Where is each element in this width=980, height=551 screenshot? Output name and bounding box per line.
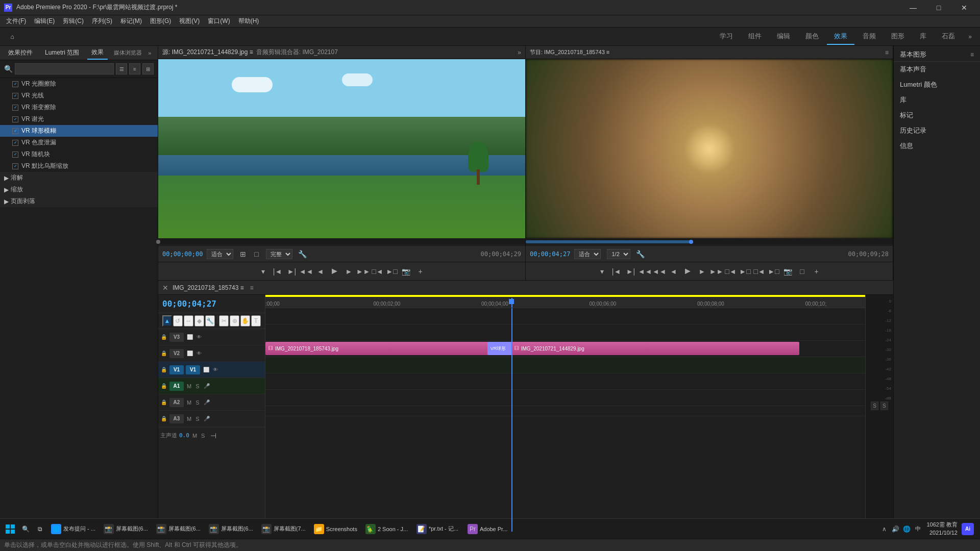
effect-checkbox[interactable]: ✓ [12, 128, 18, 134]
tray-chevron[interactable]: ∧ [879, 524, 889, 534]
a1-lock[interactable]: 🔒 [160, 383, 167, 390]
a2-lock[interactable]: 🔒 [160, 399, 167, 406]
source-settings-btn[interactable]: 🔧 [297, 248, 308, 260]
start-button[interactable] [2, 521, 18, 537]
a3-lock[interactable]: 🔒 [160, 415, 167, 422]
tool-select[interactable]: ▲ [162, 315, 172, 327]
track-a2-label[interactable]: A2 [169, 398, 184, 407]
source-overwrite[interactable]: ►□ [386, 266, 398, 277]
source-play[interactable]: ► [329, 266, 340, 277]
source-fit-select[interactable]: 适合 [207, 249, 233, 259]
tool-ripple[interactable]: ↺ [173, 315, 183, 327]
source-step-back[interactable]: ►| [286, 266, 298, 277]
a2-s-btn[interactable]: S [194, 399, 200, 406]
effect-folder-页面剥落[interactable]: ▶ 页面剥落 [0, 195, 158, 207]
program-scrub[interactable] [526, 238, 893, 245]
menu-marker[interactable]: 标记(M) [116, 16, 146, 27]
menu-sequence[interactable]: 序列(S) [88, 16, 116, 27]
program-extract[interactable]: ►□ [768, 266, 779, 277]
nav-more-button[interactable]: » [964, 30, 976, 43]
effect-vr-谢光[interactable]: ✓ VR 谢光 [0, 113, 158, 125]
tab-shilei[interactable]: 石磊 [935, 29, 962, 45]
taskbar-item-screenshot2[interactable]: 📸 屏幕截图(6... [152, 520, 205, 538]
a3-s-btn[interactable]: S [194, 416, 200, 422]
source-tab-main[interactable]: 源: IMG_20210721_144829.jpg ≡ [162, 48, 253, 57]
tray-ime-icon[interactable]: 中 [913, 524, 922, 534]
icon-view-btn[interactable]: ⊞ [142, 63, 154, 74]
effect-vr-渐变擦除[interactable]: ✓ VR 渐变擦除 [0, 102, 158, 113]
tab-library[interactable]: 库 [913, 29, 934, 45]
program-step-fwd-back[interactable]: ◄ [668, 266, 679, 277]
timeline-settings[interactable]: ≡ [250, 284, 254, 291]
panel-tab-effect-controls[interactable]: 效果控件 [4, 46, 37, 59]
source-play-back[interactable]: ◄ [315, 266, 326, 277]
source-go-in[interactable]: |◄ [272, 266, 283, 277]
effect-checkbox[interactable]: ✓ [12, 81, 18, 87]
effect-vr-默比乌斯缩放[interactable]: ✓ VR 默比乌斯缩放 [0, 160, 158, 172]
v1-sync[interactable]: ⬜ [202, 366, 210, 374]
vu-s2-btn[interactable]: S [880, 402, 888, 410]
list-view-btn[interactable]: ≡ [129, 63, 140, 74]
menu-view[interactable]: 视图(V) [175, 16, 204, 27]
track-a3-label[interactable]: A3 [169, 414, 184, 423]
effect-vr-光圈擦除[interactable]: ✓ VR 光圈擦除 [0, 78, 158, 90]
effect-folder-溶解[interactable]: ▶ 溶解 [0, 172, 158, 184]
a2-m-btn[interactable]: M [186, 399, 192, 406]
tab-effects[interactable]: 效果 [827, 29, 854, 45]
taskbar-task-view[interactable]: ⧉ [33, 522, 47, 536]
minimize-button[interactable]: — [901, 0, 925, 15]
tool-razor[interactable]: ◆ [194, 315, 204, 327]
source-fwd[interactable]: ►► [358, 266, 369, 277]
menu-graphic[interactable]: 图形(G) [146, 16, 175, 27]
right-panel-info[interactable]: 信息 [894, 138, 980, 154]
program-step-back[interactable]: ►| [625, 266, 636, 277]
taskbar-search-button[interactable]: 🔍 [18, 522, 33, 536]
clip-img-185743[interactable]: 🎞 IMG_20210718_185743.jpg [265, 342, 494, 355]
source-insert[interactable]: □◄ [372, 266, 383, 277]
program-overwrite[interactable]: ►□ [740, 266, 751, 277]
tool-text[interactable]: T [251, 315, 261, 327]
tray-volume-icon[interactable]: 🔊 [891, 524, 900, 534]
program-fwd-fwd[interactable]: ►► [711, 266, 722, 277]
right-panel-marker[interactable]: 标记 [894, 108, 980, 123]
master-s-btn[interactable]: S [200, 433, 206, 439]
right-panel-history[interactable]: 历史记录 [894, 123, 980, 138]
right-panel-settings-icon[interactable]: ≡ [970, 51, 974, 58]
track-v3-label[interactable]: V3 [169, 333, 184, 342]
source-export-frame[interactable]: 📷 [401, 266, 412, 277]
right-panel-lumetri-color[interactable]: Lumetri 颜色 [894, 77, 980, 92]
tab-learn[interactable]: 学习 [713, 29, 740, 45]
source-rev-play[interactable]: ◄◄ [301, 266, 312, 277]
tool-hand[interactable]: ✋ [240, 315, 250, 327]
source-scrub[interactable] [158, 238, 525, 245]
program-mark-in[interactable]: ▾ [597, 266, 608, 277]
source-mark-in[interactable]: ▾ [258, 266, 269, 277]
close-button[interactable]: ✕ [952, 0, 976, 15]
program-go-in[interactable]: |◄ [611, 266, 622, 277]
home-button[interactable]: ⌂ [4, 29, 20, 45]
taskbar-item-2soon[interactable]: 🦜 2 Soon - J... [361, 520, 412, 538]
a3-mic[interactable]: 🎤 [203, 415, 211, 423]
taskbar-item-premiere[interactable]: Pr Adobe Pr... [463, 520, 514, 538]
program-play[interactable]: ► [682, 266, 694, 277]
effect-checkbox[interactable]: ✓ [12, 163, 18, 169]
v2-lock[interactable]: 🔒 [160, 350, 167, 357]
track-a1-label[interactable]: A1 [169, 382, 184, 391]
source-safe-btn[interactable]: □ [251, 248, 262, 260]
menu-edit[interactable]: 编辑(E) [30, 16, 59, 27]
menu-window[interactable]: 窗口(W) [204, 16, 234, 27]
taskbar-item-screenshot4[interactable]: 📸 屏幕截图(7... [257, 520, 310, 538]
tool-rate-stretch[interactable]: ↔ [184, 315, 193, 327]
panel-tab-effects[interactable]: 效果 [87, 46, 108, 60]
taskbar-item-screenshot3[interactable]: 📸 屏幕截图(6... [205, 520, 257, 538]
program-settings-icon[interactable]: ≡ [885, 49, 889, 56]
program-quality-select[interactable]: 1/2 [607, 249, 630, 259]
a1-s-btn[interactable]: S [194, 383, 200, 389]
a3-m-btn[interactable]: M [186, 416, 192, 422]
taskbar-item-notepad[interactable]: 📝 *pr.txt - 记... [412, 520, 463, 538]
v1-eye[interactable]: 👁 [211, 366, 219, 374]
program-export-frame[interactable]: 📷 [782, 266, 794, 277]
a2-mic[interactable]: 🎤 [203, 398, 211, 407]
a1-mic[interactable]: 🎤 [203, 382, 211, 390]
program-add-btn[interactable]: + [811, 266, 822, 277]
